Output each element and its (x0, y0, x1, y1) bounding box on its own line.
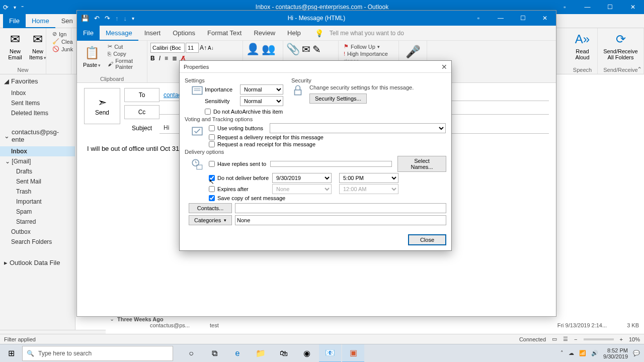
msg-tab-help[interactable]: Help (281, 26, 307, 41)
folder-sent-mail[interactable]: Sent Mail (0, 176, 75, 187)
security-settings-button[interactable]: Security Settings... (309, 94, 367, 104)
zoom-out-icon[interactable]: − (574, 336, 577, 342)
view-normal-icon[interactable]: ▭ (552, 336, 557, 342)
high-importance-button[interactable]: !High Importance (342, 50, 395, 57)
tab-home[interactable]: Home (26, 14, 55, 28)
contacts-button[interactable]: Contacts... (189, 203, 232, 213)
zoom-in-icon[interactable]: + (620, 336, 623, 342)
msg-tab-message[interactable]: Message (100, 26, 138, 41)
explorer-icon[interactable]: 📁 (250, 344, 272, 363)
clock[interactable]: 8:52 PM 9/30/2019 (603, 347, 628, 359)
voting-checkbox[interactable] (209, 125, 215, 131)
msg-tab-options[interactable]: Options (167, 26, 201, 41)
start-button[interactable]: ⊞ (0, 344, 22, 363)
fav-inbox[interactable]: Inbox (0, 88, 75, 98)
wifi-icon[interactable]: 📶 (579, 350, 586, 356)
folder-gmail[interactable]: ⌄ [Gmail] (0, 156, 75, 166)
bullets-icon[interactable]: ≡ (165, 55, 168, 62)
select-names-button[interactable]: Select Names... (397, 156, 446, 172)
notifications-icon[interactable]: 💬 (633, 350, 640, 356)
msg-tab-review[interactable]: Review (248, 26, 281, 41)
grow-font-icon[interactable]: A↑ (200, 44, 207, 51)
tray-up-icon[interactable]: ˄ (560, 350, 564, 356)
edge-icon[interactable]: e (226, 344, 249, 363)
read-aloud-button[interactable]: A» Read Aloud (572, 30, 593, 61)
send-button[interactable]: ➣ Send (84, 88, 120, 124)
msg-qat-dropdown-icon[interactable]: ▾ (132, 16, 134, 21)
ribbon-options-icon[interactable]: ▫ (553, 0, 576, 14)
folder-drafts[interactable]: Drafts (0, 166, 75, 176)
folder-trash[interactable]: Trash (0, 187, 75, 197)
msg-ribbon-options-icon[interactable]: ▫ (467, 11, 490, 26)
deliver-time-select[interactable]: 5:00 PM (339, 173, 398, 183)
msg-tab-insert[interactable]: Insert (138, 26, 167, 41)
numbering-icon[interactable]: ≣ (172, 55, 177, 62)
check-names-icon[interactable]: 👥 (262, 43, 275, 56)
maximize-button[interactable]: ☐ (599, 0, 621, 14)
tab-file[interactable]: File (3, 14, 26, 28)
folder-important[interactable]: Important (0, 197, 75, 207)
undo-icon[interactable]: ↶ (94, 15, 100, 22)
store-icon[interactable]: 🛍 (273, 344, 295, 363)
categories-input[interactable] (235, 215, 446, 225)
replies-to-checkbox[interactable] (209, 161, 215, 167)
bold-button[interactable]: B (150, 55, 155, 62)
italic-button[interactable]: I (159, 55, 160, 62)
volume-icon[interactable]: 🔊 (591, 350, 598, 356)
autoarchive-checkbox[interactable] (205, 109, 211, 115)
close-button[interactable]: ✕ (621, 0, 644, 14)
follow-up-button[interactable]: ⚑Follow Up▾ (342, 43, 395, 50)
replies-to-input[interactable] (270, 161, 392, 167)
chrome-icon[interactable]: ◉ (296, 344, 318, 363)
signature-icon[interactable]: ✎ (312, 43, 321, 55)
msg-minimize-button[interactable]: — (490, 11, 512, 26)
list-item[interactable]: contactus@ps... test Fri 9/13/2019 2:14.… (110, 322, 639, 328)
prev-icon[interactable]: ↑ (115, 15, 119, 22)
new-email-button[interactable]: ✉ New Email (4, 30, 26, 62)
next-icon[interactable]: ↓ (124, 15, 127, 22)
onedrive-icon[interactable]: ☁ (569, 350, 574, 356)
qat-overflow-icon[interactable]: ⁼ (21, 5, 24, 10)
qat-dropdown-icon[interactable]: ▾ (14, 5, 16, 10)
expires-time-select[interactable]: 12:00 AM (339, 184, 398, 194)
shrink-font-icon[interactable]: A↓ (208, 45, 214, 51)
datafile-header[interactable]: ▸Outlook Data File (0, 256, 75, 269)
cortana-icon[interactable]: ○ (180, 344, 202, 363)
address-book-icon[interactable]: 👤 (246, 43, 260, 56)
folder-search[interactable]: Search Folders (0, 237, 75, 247)
folder-inbox[interactable]: Inbox (0, 146, 75, 156)
ignore-button[interactable]: ⊘Ign (50, 30, 67, 38)
expires-date-select[interactable]: None (272, 184, 332, 194)
contacts-input[interactable] (235, 203, 446, 213)
fav-deleted[interactable]: Deleted Items (0, 108, 75, 118)
to-button[interactable]: To (124, 88, 159, 102)
paste-button[interactable]: 📋 Paste (80, 44, 104, 69)
snagit-icon[interactable]: ▣ (342, 344, 364, 363)
msg-close-button[interactable]: ✕ (534, 11, 556, 26)
folder-outbox[interactable]: Outbox (0, 227, 75, 237)
fav-sent[interactable]: Sent Items (0, 98, 75, 108)
view-reading-icon[interactable]: ☰ (563, 336, 568, 342)
tab-send-receive[interactable]: Sen (55, 14, 79, 28)
send-receive-all-button[interactable]: ⟳ Send/Receive All Folders (602, 30, 639, 61)
expires-checkbox[interactable] (209, 186, 215, 192)
msg-maximize-button[interactable]: ☐ (512, 11, 534, 26)
favorites-header[interactable]: ◢Favorites (0, 74, 75, 88)
cut-button[interactable]: ✂Cut (106, 43, 144, 50)
msg-tab-file[interactable]: File (77, 26, 100, 41)
junk-button[interactable]: 🚫Junk (50, 45, 67, 53)
importance-select[interactable]: Normal (240, 84, 283, 95)
redo-icon[interactable]: ↷ (105, 15, 110, 22)
font-size-input[interactable] (186, 43, 199, 53)
collapse-ribbon-icon[interactable]: ⌃ (637, 66, 642, 73)
voting-select[interactable] (270, 123, 446, 133)
zoom-slider[interactable] (584, 338, 614, 340)
minimize-button[interactable]: — (576, 0, 599, 14)
save-icon[interactable]: 💾 (81, 15, 89, 22)
taskbar-search[interactable]: 🔍 Type here to search (22, 346, 173, 361)
copy-button[interactable]: ⎘Copy (106, 50, 144, 57)
sensitivity-select[interactable]: Normal (240, 96, 283, 106)
font-name-input[interactable] (150, 43, 185, 53)
send-receive-icon[interactable]: ⟳ (3, 4, 9, 11)
attach-item-icon[interactable]: ✉ (302, 43, 310, 55)
